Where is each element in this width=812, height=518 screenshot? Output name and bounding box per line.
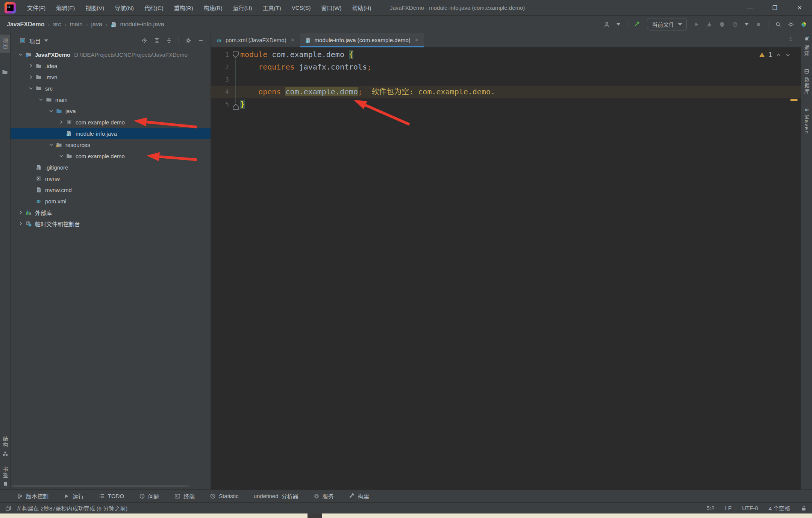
close-icon[interactable]: ✕ [291, 37, 295, 43]
tree-item-java[interactable]: java [11, 105, 211, 117]
chevron-right-icon[interactable] [27, 74, 35, 80]
tree-item-.idea[interactable]: .idea [11, 60, 211, 71]
stripe-tab-project[interactable]: 项目 [0, 35, 10, 53]
code-line-2[interactable]: 2 requires javafx.controls; [211, 61, 801, 73]
chevron-down-icon[interactable] [745, 23, 748, 26]
code-line-3[interactable]: 3 [211, 73, 801, 86]
line-separator[interactable]: LF [725, 505, 732, 511]
stripe-tab-书签[interactable]: 书签 [2, 467, 9, 487]
menu-6[interactable]: 重构(R) [170, 2, 198, 13]
tree-item-_[interactable]: 临时文件和控制台 [11, 218, 211, 229]
close-button[interactable]: ✕ [787, 0, 812, 16]
tree-item-.gitignore[interactable]: .gitignore [11, 162, 211, 173]
code-line-4[interactable]: 4 opens com.example.demo; 软件包为空: com.exa… [211, 86, 801, 98]
horizontal-scrollbar[interactable] [12, 485, 189, 487]
inspection-widget[interactable]: 1 [759, 51, 791, 58]
tool-window-button-运行[interactable]: 运行 [64, 492, 84, 500]
tree-item-com.example.demo[interactable]: com.example.demo [11, 150, 211, 162]
stripe-tab-通知[interactable]: 通知 [803, 36, 810, 57]
tool-window-button-TODO[interactable]: TODO [99, 493, 124, 499]
menu-5[interactable]: 代码(C) [140, 2, 168, 13]
menu-8[interactable]: 运行(U) [229, 2, 257, 13]
chevron-up-icon[interactable] [776, 52, 782, 58]
build-hammer-icon[interactable] [634, 21, 640, 27]
breadcrumb-item[interactable]: module-info.java [120, 21, 164, 28]
more-options-icon[interactable] [788, 36, 794, 42]
search-icon[interactable] [775, 21, 781, 27]
chevron-right-icon[interactable] [17, 220, 25, 227]
expand-all-icon[interactable] [154, 38, 160, 44]
menu-10[interactable]: VCS(S) [287, 3, 315, 12]
gear-icon[interactable] [185, 38, 191, 44]
chevron-down-icon[interactable] [47, 141, 55, 148]
code-editor[interactable]: 1module com.example.demo {2 requires jav… [211, 47, 801, 489]
chevron-down-icon[interactable] [37, 96, 45, 103]
tree-item-mvnw.cmd[interactable]: mvnw.cmd [11, 184, 211, 195]
caret-position[interactable]: 5:2 [707, 505, 715, 511]
tree-item-pom.xml[interactable]: mpom.xml [11, 195, 211, 207]
tool-window-button-终端[interactable]: 终端 [174, 492, 195, 500]
plugin-icon[interactable] [801, 21, 807, 27]
menu-1[interactable]: 文件(F) [23, 2, 50, 13]
run-configuration-combo[interactable]: 当前文件 [647, 18, 687, 30]
tree-item-com.example.demo[interactable]: com.example.demo [11, 117, 211, 128]
tree-item-src[interactable]: src [11, 83, 211, 94]
minimize-button[interactable]: — [738, 0, 762, 16]
profiler-icon[interactable] [732, 21, 738, 27]
breadcrumb-item[interactable]: src [53, 21, 61, 28]
breadcrumb-item[interactable]: main [70, 21, 83, 28]
maximize-button[interactable]: ❐ [762, 0, 787, 16]
error-stripe-warning-mark[interactable] [790, 99, 798, 101]
breadcrumb-item[interactable]: JavaFXDemo [7, 21, 45, 28]
close-icon[interactable]: ✕ [415, 37, 419, 43]
tree-item-main[interactable]: main [11, 94, 211, 105]
chevron-down-icon[interactable] [57, 153, 65, 159]
editor-tab-2[interactable]: Jmodule-info.java (com.example.demo)✕ [300, 33, 424, 47]
code-line-1[interactable]: 1module com.example.demo { [211, 48, 801, 61]
stripe-tab-结构[interactable]: 结构 [2, 436, 9, 457]
user-icon[interactable] [604, 21, 610, 27]
stop-icon[interactable] [755, 21, 761, 27]
stripe-tab-数据库[interactable]: 数据库 [803, 68, 810, 95]
stripe-tab-Maven[interactable]: mMaven [804, 106, 810, 134]
chevron-down-icon[interactable] [27, 85, 35, 92]
chevron-right-icon[interactable] [17, 209, 25, 216]
chevron-right-icon[interactable] [57, 119, 65, 126]
tool-window-switcher-icon[interactable] [5, 505, 11, 511]
chevron-down-icon[interactable] [44, 39, 48, 42]
fold-markers[interactable] [211, 47, 248, 168]
tool-window-button-Statistic[interactable]: Statistic [210, 493, 239, 499]
breadcrumb-item[interactable]: java [91, 21, 102, 28]
menu-11[interactable]: 窗口(W) [317, 2, 346, 13]
indent-setting[interactable]: 4 个空格 [768, 504, 790, 512]
folder-icon[interactable] [2, 69, 8, 75]
collapse-all-icon[interactable] [166, 38, 172, 44]
menu-7[interactable]: 构建(B) [199, 2, 227, 13]
unlock-icon[interactable] [801, 505, 807, 511]
tree-item-mvnw[interactable]: mvnw [11, 173, 211, 184]
menu-4[interactable]: 导航(N) [110, 2, 138, 13]
tool-window-button-服务[interactable]: 服务 [314, 492, 334, 500]
chevron-down-icon[interactable] [617, 23, 620, 26]
menu-12[interactable]: 帮助(H) [348, 2, 376, 13]
debug-icon[interactable] [706, 21, 712, 27]
code-line-5[interactable]: 5} [211, 98, 801, 111]
locate-icon[interactable] [141, 38, 147, 44]
file-encoding[interactable]: UTF-8 [742, 505, 758, 511]
chevron-right-icon[interactable] [27, 62, 35, 69]
tool-window-button-构建[interactable]: 构建 [349, 492, 369, 500]
gear-icon[interactable] [788, 21, 794, 27]
chevron-down-icon[interactable] [785, 52, 791, 58]
menu-2[interactable]: 编辑(E) [52, 2, 79, 13]
hide-panel-icon[interactable] [198, 38, 204, 44]
chevron-down-icon[interactable] [47, 108, 55, 114]
menu-9[interactable]: 工具(T) [258, 2, 285, 13]
coverage-icon[interactable] [719, 21, 725, 27]
tree-item-_[interactable]: 外部库 [11, 207, 211, 218]
tree-item-.mvn[interactable]: .mvn [11, 71, 211, 83]
run-icon[interactable] [694, 21, 700, 27]
tool-window-button-分析器[interactable]: undefined分析器 [254, 492, 298, 500]
editor-tab-1[interactable]: mpom.xml (JavaFXDemo)✕ [211, 33, 300, 47]
tool-window-button-问题[interactable]: 问题 [139, 492, 159, 500]
tree-item-resources[interactable]: resources [11, 139, 211, 150]
